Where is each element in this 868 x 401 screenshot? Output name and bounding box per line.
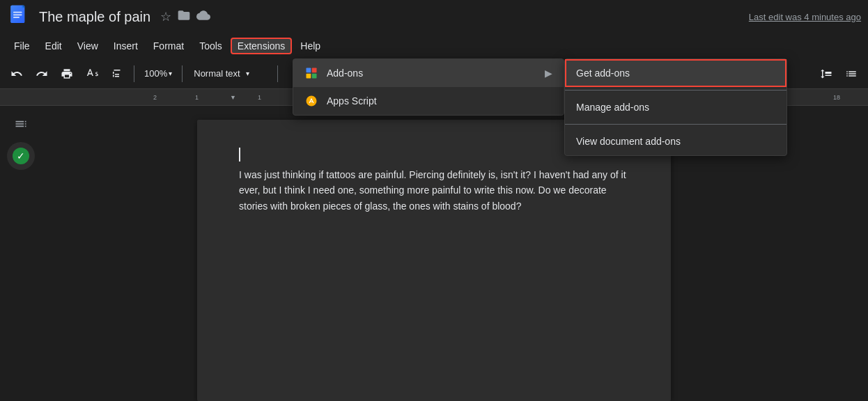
svg-rect-2: [13, 12, 22, 13]
svg-rect-8: [312, 68, 317, 73]
style-selector[interactable]: Normal text ▾: [188, 67, 272, 80]
outline-toggle-button[interactable]: [10, 113, 32, 135]
toolbar-right: [815, 63, 862, 85]
spelling-button[interactable]: [81, 63, 103, 85]
redo-button[interactable]: [31, 63, 53, 85]
svg-point-11: [307, 96, 317, 107]
print-button[interactable]: [56, 63, 78, 85]
folder-icon[interactable]: [177, 8, 191, 26]
menu-format[interactable]: Format: [146, 38, 191, 54]
sidebar-left: ✓: [0, 106, 42, 401]
docs-logo-icon: [7, 4, 32, 29]
star-icon[interactable]: ☆: [160, 9, 171, 24]
addons-item-left: Add-ons: [304, 66, 363, 80]
checklist-button[interactable]: [840, 63, 862, 85]
paint-format-button[interactable]: [106, 63, 128, 85]
addons-icon: [304, 66, 318, 80]
view-document-addons-item[interactable]: View document add-ons: [565, 127, 786, 155]
line-spacing-button[interactable]: [815, 63, 837, 85]
extensions-submenu: Get add-ons Manage add-ons View document…: [564, 58, 787, 156]
apps-script-icon: [304, 94, 318, 108]
undo-button[interactable]: [6, 63, 28, 85]
document-body[interactable]: I was just thinking if tattoos are painf…: [239, 167, 629, 214]
svg-rect-10: [312, 74, 317, 79]
toolbar-divider-2: [182, 65, 183, 82]
menu-extensions[interactable]: Extensions: [231, 38, 292, 54]
extensions-dropdown: Add-ons ▶ Apps Script: [293, 58, 564, 116]
title-icons: ☆: [160, 8, 210, 26]
zoom-control[interactable]: 100% ▾: [140, 67, 176, 80]
zoom-value: 100%: [144, 68, 167, 79]
menu-tools[interactable]: Tools: [192, 38, 229, 54]
style-value: Normal text: [194, 68, 240, 79]
title-bar: The maple of pain ☆ Last edit was 4 minu…: [0, 0, 868, 33]
cloud-icon[interactable]: [196, 8, 210, 26]
manage-addons-item[interactable]: Manage add-ons: [565, 93, 786, 121]
last-edit-text[interactable]: Last edit was 4 minutes ago: [749, 12, 861, 22]
menu-bar: File Edit View Insert Format Tools Exten…: [0, 33, 868, 58]
document-title[interactable]: The maple of pain: [39, 9, 150, 25]
apps-script-menu-item[interactable]: Apps Script: [293, 87, 564, 115]
svg-rect-4: [13, 17, 20, 18]
menu-edit[interactable]: Edit: [38, 38, 69, 54]
menu-help[interactable]: Help: [293, 38, 327, 54]
addons-label: Add-ons: [327, 68, 363, 79]
text-cursor: [239, 148, 240, 162]
view-document-addons-label: View document add-ons: [576, 136, 681, 147]
menu-insert[interactable]: Insert: [107, 38, 145, 54]
menu-view[interactable]: View: [70, 38, 105, 54]
svg-rect-3: [13, 14, 22, 15]
check-mark-icon: ✓: [13, 148, 29, 164]
document-page[interactable]: I was just thinking if tattoos are painf…: [197, 120, 671, 401]
toolbar-divider-3: [277, 65, 278, 82]
svg-rect-7: [307, 68, 311, 73]
submenu-arrow-icon: ▶: [545, 68, 552, 79]
manage-addons-label: Manage add-ons: [576, 102, 649, 113]
submenu-divider-2: [565, 124, 786, 125]
addons-menu-item[interactable]: Add-ons ▶: [293, 59, 564, 87]
sidebar-right: [826, 106, 868, 401]
svg-rect-9: [307, 74, 311, 79]
menu-file[interactable]: File: [7, 38, 37, 54]
submenu-divider: [565, 90, 786, 91]
get-addons-item[interactable]: Get add-ons: [565, 59, 786, 87]
apps-script-label: Apps Script: [327, 95, 377, 107]
toolbar-divider-1: [134, 65, 134, 82]
style-arrow-icon: ▾: [246, 70, 249, 77]
check-bubble[interactable]: ✓: [7, 142, 35, 170]
get-addons-label: Get add-ons: [576, 68, 630, 79]
zoom-arrow-icon: ▾: [169, 70, 172, 77]
